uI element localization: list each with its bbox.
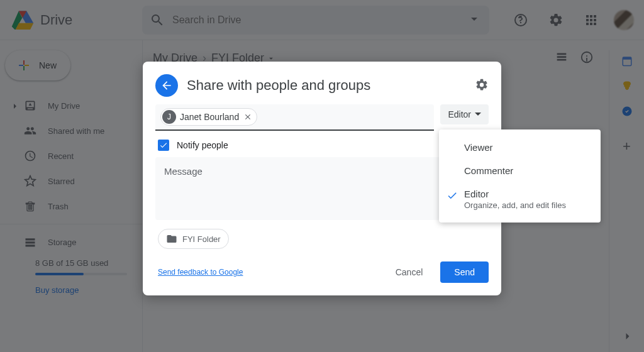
shared-item-name: FYI Folder — [182, 234, 221, 244]
role-option-editor[interactable]: Editor Organize, add, and edit files — [439, 182, 601, 216]
chip-name: Janet Bourland — [180, 112, 239, 122]
dialog-header: Share with people and groups — [143, 62, 501, 104]
feedback-link[interactable]: Send feedback to Google — [158, 268, 243, 277]
send-button[interactable]: Send — [440, 261, 489, 283]
chevron-down-icon — [475, 111, 481, 118]
chip-avatar: J — [162, 110, 176, 124]
dialog-settings-button[interactable] — [475, 78, 489, 94]
recipients-row: J Janet Bourland Editor — [143, 104, 501, 131]
recipients-input[interactable]: J Janet Bourland — [155, 104, 434, 131]
role-menu: Viewer Commenter Editor Organize, add, a… — [439, 129, 601, 223]
dialog-title: Share with people and groups — [187, 77, 466, 94]
chip-remove-button[interactable] — [243, 112, 253, 122]
role-option-label: Editor — [464, 189, 566, 199]
person-chip[interactable]: J Janet Bourland — [160, 108, 257, 126]
check-icon — [447, 190, 458, 203]
notify-checkbox[interactable] — [158, 140, 169, 151]
role-option-desc: Organize, add, and edit files — [464, 201, 566, 210]
message-placeholder: Message — [164, 166, 203, 177]
dialog-footer: Send feedback to Google Cancel Send — [143, 258, 501, 295]
back-button[interactable] — [155, 74, 178, 97]
role-option-label: Viewer — [464, 142, 493, 153]
shared-item-chip[interactable]: FYI Folder — [158, 229, 229, 249]
role-option-label: Commenter — [464, 165, 513, 176]
role-dropdown-label: Editor — [448, 109, 471, 119]
role-option-viewer[interactable]: Viewer — [439, 136, 601, 159]
role-dropdown-button[interactable]: Editor — [440, 104, 489, 124]
role-option-commenter[interactable]: Commenter — [439, 159, 601, 182]
check-icon — [159, 141, 168, 150]
folder-icon — [166, 233, 177, 245]
notify-label: Notify people — [177, 140, 228, 150]
cancel-button[interactable]: Cancel — [384, 261, 435, 283]
